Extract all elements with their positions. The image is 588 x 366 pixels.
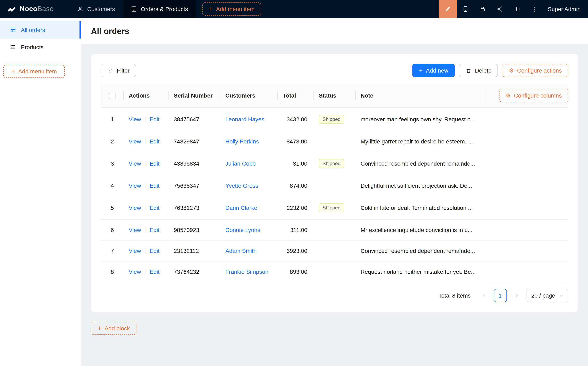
add-block-button[interactable]: + Add block bbox=[91, 322, 136, 335]
highlighter-icon bbox=[444, 6, 451, 13]
mobile-icon bbox=[462, 6, 469, 12]
customer-link[interactable]: Darin Clarke bbox=[225, 205, 257, 211]
mobile-preview-button[interactable] bbox=[457, 0, 474, 18]
customer-link[interactable]: Holly Perkins bbox=[225, 138, 259, 145]
add-menu-item-button-sidebar[interactable]: + Add menu item bbox=[3, 65, 65, 78]
column-header-total: Total bbox=[278, 84, 314, 107]
sidebar-item-all-orders[interactable]: All orders bbox=[0, 21, 81, 38]
orders-card: Filter + Add new Delete bbox=[91, 54, 578, 312]
status-cell bbox=[314, 220, 356, 240]
view-link[interactable]: View bbox=[129, 205, 141, 211]
note-cell: Convinced resembled dependent remainde..… bbox=[356, 240, 486, 261]
app-root: NocoBase Customers Orders & Products + bbox=[0, 0, 588, 366]
edit-link[interactable]: Edit bbox=[150, 205, 159, 211]
page-size-value: 20 / page bbox=[531, 292, 555, 299]
customer-link[interactable]: Frankie Simpson bbox=[225, 268, 268, 275]
top-navbar: NocoBase Customers Orders & Products + bbox=[0, 0, 588, 18]
add-menu-item-button-top[interactable]: + Add menu item bbox=[202, 2, 261, 15]
view-link[interactable]: View bbox=[129, 116, 141, 122]
total-cell: 2232.00 bbox=[278, 196, 314, 220]
nav-tab-customers[interactable]: Customers bbox=[69, 0, 123, 18]
page-size-select[interactable]: 20 / page bbox=[526, 289, 568, 302]
table-toolbar: Filter + Add new Delete bbox=[101, 64, 568, 77]
layout-toggle-button[interactable] bbox=[508, 0, 526, 18]
customer-cell: Holly Perkins bbox=[220, 131, 278, 152]
ui-editor-button[interactable] bbox=[439, 0, 457, 18]
list-icon bbox=[10, 44, 16, 50]
view-link[interactable]: View bbox=[129, 248, 141, 254]
plus-icon: + bbox=[98, 325, 101, 332]
edit-link[interactable]: Edit bbox=[150, 248, 159, 254]
spacer-cell bbox=[486, 152, 568, 175]
status-cell: Shipped bbox=[314, 152, 356, 175]
plus-icon: + bbox=[419, 67, 423, 74]
column-header-customers: Customers bbox=[220, 84, 278, 107]
customer-link[interactable]: Leonard Hayes bbox=[225, 116, 264, 122]
user-menu[interactable]: Super Admin bbox=[543, 6, 588, 12]
share-icon bbox=[497, 6, 503, 12]
more-menu-button[interactable]: ⋮ bbox=[526, 0, 543, 18]
gear-icon: ⚙ bbox=[509, 68, 514, 73]
next-page-button[interactable] bbox=[510, 289, 523, 302]
status-cell bbox=[314, 261, 356, 282]
nav-tab-orders-products[interactable]: Orders & Products bbox=[123, 0, 196, 18]
edit-link[interactable]: Edit bbox=[150, 268, 159, 275]
sidebar-item-products[interactable]: Products bbox=[0, 38, 81, 56]
select-all-checkbox[interactable] bbox=[109, 92, 116, 99]
sidebar-item-label: Products bbox=[21, 44, 44, 50]
navbar-right: ⋮ Super Admin bbox=[439, 0, 588, 18]
total-cell: 8473.00 bbox=[278, 131, 314, 152]
status-cell: Shipped bbox=[314, 196, 356, 220]
prev-page-button[interactable] bbox=[477, 289, 490, 302]
page-1-button[interactable]: 1 bbox=[494, 289, 507, 302]
api-share-button[interactable] bbox=[491, 0, 508, 18]
row-index: 6 bbox=[101, 220, 124, 240]
customer-link[interactable]: Yvette Gross bbox=[225, 182, 258, 189]
add-block-label: Add block bbox=[105, 325, 130, 332]
customer-link[interactable]: Adam Smith bbox=[225, 248, 257, 254]
view-link[interactable]: View bbox=[129, 182, 141, 189]
customer-link[interactable]: Connie Lyons bbox=[225, 227, 260, 233]
row-actions: ViewEdit bbox=[124, 220, 169, 240]
add-new-button[interactable]: + Add new bbox=[412, 64, 455, 77]
table-row: 8ViewEdit73764232Frankie Simpson893.00Re… bbox=[101, 261, 568, 282]
view-link[interactable]: View bbox=[129, 268, 141, 275]
nocobase-logo[interactable]: NocoBase bbox=[0, 0, 63, 18]
edit-link[interactable]: Edit bbox=[150, 116, 159, 122]
view-link[interactable]: View bbox=[129, 227, 141, 233]
table-row: 6ViewEdit98570923Connie Lyons311.00Mr ex… bbox=[101, 220, 568, 240]
edit-link[interactable]: Edit bbox=[150, 160, 159, 167]
add-menu-item-label: Add menu item bbox=[216, 6, 255, 12]
status-cell bbox=[314, 175, 356, 196]
nav-tab-label: Customers bbox=[87, 6, 115, 12]
spacer-cell bbox=[486, 196, 568, 220]
row-index: 2 bbox=[101, 131, 124, 152]
note-cell: moreover man feelings own shy. Request n… bbox=[356, 107, 486, 131]
filter-button[interactable]: Filter bbox=[101, 64, 136, 77]
edit-link[interactable]: Edit bbox=[150, 138, 159, 145]
edit-link[interactable]: Edit bbox=[150, 182, 159, 189]
status-cell bbox=[314, 131, 356, 152]
serial-number-cell: 73764232 bbox=[169, 261, 220, 282]
filter-label: Filter bbox=[117, 67, 129, 74]
edit-link[interactable]: Edit bbox=[150, 227, 159, 233]
chevron-right-icon bbox=[514, 293, 519, 298]
auth-lock-button[interactable] bbox=[474, 0, 491, 18]
customer-cell: Connie Lyons bbox=[220, 220, 278, 240]
table-row: 1ViewEdit38475647Leonard Hayes3432.00Shi… bbox=[101, 107, 568, 131]
customer-cell: Adam Smith bbox=[220, 240, 278, 261]
configure-actions-button[interactable]: ⚙ Configure actions bbox=[502, 64, 568, 77]
gear-icon: ⚙ bbox=[505, 93, 511, 98]
view-link[interactable]: View bbox=[129, 138, 141, 145]
delete-button[interactable]: Delete bbox=[459, 64, 498, 77]
view-link[interactable]: View bbox=[129, 160, 141, 167]
customer-link[interactable]: Julian Cobb bbox=[225, 160, 256, 167]
customer-cell: Frankie Simpson bbox=[220, 261, 278, 282]
sidebar-item-label: All orders bbox=[21, 27, 45, 33]
table-row: 5ViewEdit76381273Darin Clarke2232.00Ship… bbox=[101, 196, 568, 220]
table-row: 3ViewEdit43895834Julian Cobb31.00Shipped… bbox=[101, 152, 568, 175]
page-title: All orders bbox=[91, 26, 129, 36]
layout-icon bbox=[514, 6, 520, 12]
configure-columns-button[interactable]: ⚙ Configure columns bbox=[499, 89, 568, 102]
serial-number-cell: 98570923 bbox=[169, 220, 220, 240]
